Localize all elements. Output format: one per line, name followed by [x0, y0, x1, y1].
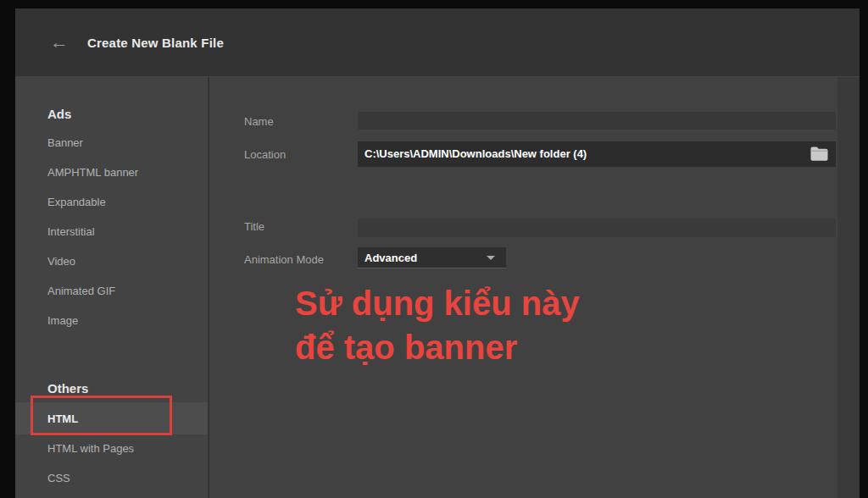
sidebar-section-ads: Ads: [47, 107, 71, 121]
sidebar: Ads Banner AMPHTML banner Expandable Int…: [15, 77, 209, 498]
annotation-text: Sử dụng kiểu này để tạo banner: [295, 281, 580, 369]
sidebar-item-amphtml-banner[interactable]: AMPHTML banner: [47, 166, 138, 179]
animation-mode-dropdown[interactable]: Advanced: [358, 247, 506, 268]
sidebar-item-image[interactable]: Image: [47, 314, 78, 327]
annotation-line-2: để tạo banner: [295, 325, 580, 369]
sidebar-item-html[interactable]: HTML: [47, 412, 78, 425]
name-input[interactable]: [358, 112, 836, 130]
page-title: Create New Blank File: [87, 36, 224, 50]
location-input[interactable]: C:\Users\ADMIN\Downloads\New folder (4): [358, 141, 836, 167]
sidebar-item-expandable[interactable]: Expandable: [47, 196, 106, 208]
location-value: C:\Users\ADMIN\Downloads\New folder (4): [364, 141, 587, 167]
scrollbar-track[interactable]: [837, 77, 860, 498]
name-label: Name: [244, 115, 274, 128]
chevron-down-icon: [487, 256, 495, 260]
title-input[interactable]: [358, 219, 836, 237]
back-arrow-icon[interactable]: ←: [47, 30, 71, 54]
location-label: Location: [244, 148, 286, 161]
browse-folder-button[interactable]: [810, 147, 828, 161]
title-label: Title: [244, 220, 264, 233]
animation-mode-value: Advanced: [364, 247, 417, 268]
sidebar-item-video[interactable]: Video: [47, 255, 75, 268]
sidebar-selected-row[interactable]: [15, 402, 208, 434]
sidebar-item-interstitial[interactable]: Interstitial: [47, 225, 95, 238]
sidebar-item-banner[interactable]: Banner: [47, 136, 83, 149]
sidebar-item-animated-gif[interactable]: Animated GIF: [47, 285, 115, 297]
create-new-blank-file-dialog: ← Create New Blank File Ads Banner AMPHT…: [0, 0, 868, 498]
sidebar-item-html-with-pages[interactable]: HTML with Pages: [47, 442, 134, 455]
annotation-line-1: Sử dụng kiểu này: [295, 281, 580, 325]
sidebar-section-others: Others: [47, 381, 88, 396]
animation-mode-label: Animation Mode: [244, 253, 324, 266]
sidebar-item-css[interactable]: CSS: [47, 472, 70, 484]
folder-icon: [810, 149, 828, 163]
